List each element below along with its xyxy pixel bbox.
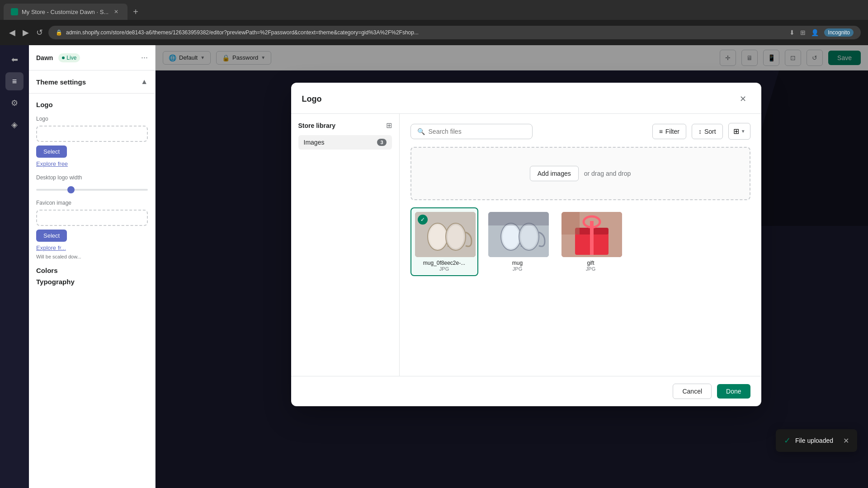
- live-badge: Live: [58, 53, 80, 62]
- select-favicon-button[interactable]: Select: [36, 230, 67, 242]
- view-grid-icon: ⊞: [733, 127, 739, 136]
- live-label: Live: [66, 55, 76, 61]
- done-button[interactable]: Done: [717, 384, 750, 399]
- new-tab-button[interactable]: +: [129, 7, 142, 17]
- profile-icon[interactable]: 👤: [811, 29, 819, 36]
- sort-button[interactable]: ↕ Sort: [692, 124, 723, 139]
- toast-close-button[interactable]: ✕: [843, 436, 849, 445]
- sidebar-apps-icon[interactable]: ≡: [5, 72, 24, 90]
- image-grid: ✓ mug_0f8eec2e-... JPG: [410, 207, 750, 276]
- logo-section-title: Logo: [36, 101, 148, 108]
- sidebar-settings-icon[interactable]: ⚙: [5, 94, 24, 112]
- tab-title: My Store - Customize Dawn · S...: [22, 9, 108, 15]
- logo-subsection: Logo Select Explore free: [36, 116, 148, 167]
- view-toggle-button[interactable]: ⊞ ▼: [728, 123, 750, 140]
- explore-favicon-button[interactable]: Explore fr...: [36, 244, 66, 251]
- colors-title: Colors: [36, 267, 148, 274]
- tab-close-button[interactable]: ✕: [112, 8, 120, 16]
- browser-nav: ◀ ▶ ↺ 🔒 admin.shopify.com/store/de8143-a…: [0, 20, 868, 45]
- view-chevron-icon: ▼: [741, 129, 745, 134]
- favicon-section: Favicon image Select Explore fr... Will …: [36, 200, 148, 259]
- images-nav-item[interactable]: Images 3: [298, 135, 392, 150]
- tab-favicon: [11, 8, 18, 15]
- favicon-placeholder: [36, 210, 148, 226]
- modal-footer: Cancel Done: [291, 376, 761, 406]
- images-nav-label: Images: [304, 139, 325, 146]
- modal-sidebar-header: Store library ⊞: [298, 121, 392, 130]
- theme-settings-title: Theme settings: [36, 78, 86, 86]
- svg-point-9: [521, 225, 537, 249]
- sort-icon: ↕: [698, 128, 702, 135]
- search-box[interactable]: 🔍: [410, 124, 533, 139]
- desktop-logo-width-section: Desktop logo width: [36, 174, 148, 192]
- svg-rect-16: [561, 212, 580, 235]
- back-button[interactable]: ◀: [7, 26, 17, 39]
- sidebar-home-icon[interactable]: ⬅: [5, 51, 24, 69]
- download-icon[interactable]: ⬇: [789, 29, 795, 36]
- search-icon: 🔍: [417, 128, 425, 135]
- search-input[interactable]: [429, 128, 526, 135]
- browser-tabs: My Store - Customize Dawn · S... ✕ +: [0, 0, 868, 20]
- image-name-mug1: mug_0f8eec2e-...: [415, 260, 474, 266]
- typography-title: Typography: [36, 278, 148, 286]
- upload-area: Add images or drag and drop: [410, 147, 750, 200]
- sidebar-theme-icon[interactable]: ◈: [5, 116, 24, 134]
- browser-chrome: My Store - Customize Dawn · S... ✕ + ◀ ▶…: [0, 0, 868, 45]
- toast-success-icon: ✓: [784, 436, 791, 446]
- image-name-mug2: mug: [488, 260, 547, 266]
- modal-title: Logo: [302, 94, 322, 104]
- app-topbar: Dawn Live ···: [29, 45, 155, 70]
- image-item-mug1[interactable]: ✓ mug_0f8eec2e-... JPG: [410, 207, 478, 276]
- desktop-logo-width-slider[interactable]: [36, 189, 148, 191]
- scale-note: Will be scaled dow...: [36, 254, 148, 259]
- image-thumb-mug1: ✓: [415, 212, 476, 257]
- preview-area: 🌐 Default ▼ 🔒 Password ▼ ✛ 🖥 📱 ⊡ ↺ Save …: [156, 45, 868, 488]
- url-text: admin.shopify.com/store/de8143-a6/themes…: [66, 29, 419, 36]
- collapse-icon[interactable]: ▲: [141, 78, 148, 86]
- toast-notification: ✓ File uploaded ✕: [776, 429, 857, 452]
- filter-button[interactable]: ≡ Filter: [652, 124, 686, 139]
- grid-view-icon[interactable]: ⊞: [386, 121, 392, 130]
- desktop-logo-width-label: Desktop logo width: [36, 174, 148, 181]
- image-ext-gift: JPG: [561, 266, 620, 272]
- panel-header: Theme settings ▲: [29, 70, 155, 94]
- panel-content: Logo Logo Select Explore free Desktop lo…: [29, 94, 155, 488]
- incognito-label: Incognito: [824, 28, 854, 37]
- cancel-button[interactable]: Cancel: [673, 384, 712, 399]
- image-item-mug2[interactable]: mug JPG: [484, 207, 552, 276]
- modal-close-button[interactable]: ✕: [736, 92, 750, 106]
- select-logo-button[interactable]: Select: [36, 145, 67, 158]
- image-thumb-gift: [561, 212, 622, 257]
- modal-main: 🔍 ≡ Filter ↕ Sort ⊞: [400, 114, 761, 376]
- filter-icon: ≡: [659, 128, 663, 135]
- store-name: Dawn: [36, 54, 53, 61]
- url-bar[interactable]: 🔒 admin.shopify.com/store/de8143-a6/them…: [48, 26, 861, 39]
- favicon-label: Favicon image: [36, 200, 148, 206]
- theme-settings-panel: Dawn Live ··· Theme settings ▲ Logo Logo…: [29, 45, 156, 488]
- svg-point-2: [429, 225, 446, 249]
- add-images-button[interactable]: Add images: [530, 166, 579, 181]
- modal-header: Logo ✕: [291, 83, 761, 114]
- image-name-gift: gift: [561, 260, 620, 266]
- selected-check: ✓: [418, 215, 428, 225]
- image-item-gift[interactable]: gift JPG: [557, 207, 625, 276]
- modal-toolbar: 🔍 ≡ Filter ↕ Sort ⊞: [410, 123, 750, 140]
- svg-point-4: [448, 225, 464, 249]
- modal-body: Store library ⊞ Images 3 🔍: [291, 114, 761, 376]
- logo-modal: Logo ✕ Store library ⊞ Images 3: [291, 83, 761, 406]
- refresh-button[interactable]: ↺: [34, 26, 45, 39]
- logo-label: Logo: [36, 116, 148, 122]
- store-library-title: Store library: [298, 122, 335, 129]
- sort-label: Sort: [704, 128, 716, 135]
- logo-placeholder: [36, 126, 148, 142]
- active-tab: My Store - Customize Dawn · S... ✕: [4, 4, 127, 20]
- toast-message: File uploaded: [795, 437, 833, 444]
- image-thumb-mug2: [488, 212, 549, 257]
- extension-icon[interactable]: ⊞: [800, 29, 806, 36]
- explore-free-button[interactable]: Explore free: [36, 160, 68, 167]
- forward-button[interactable]: ▶: [21, 26, 31, 39]
- more-options-button[interactable]: ···: [141, 53, 148, 62]
- live-dot: [62, 56, 65, 59]
- svg-rect-14: [590, 221, 594, 255]
- drag-drop-hint: or drag and drop: [584, 170, 631, 177]
